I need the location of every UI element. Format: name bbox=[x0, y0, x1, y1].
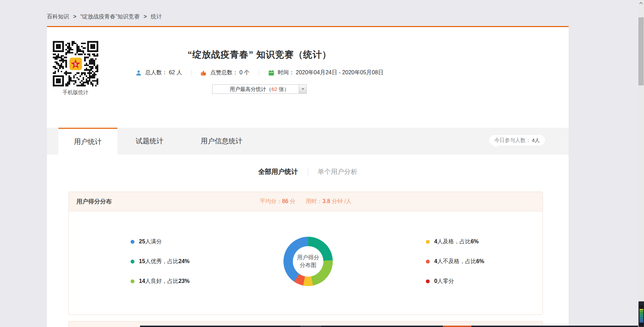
dropdown-arrow-icon[interactable] bbox=[299, 85, 306, 93]
tab-user-stats[interactable]: 用户统计 bbox=[58, 128, 117, 154]
monitor-bar bbox=[639, 323, 643, 324]
scrollbar[interactable] bbox=[638, 0, 644, 327]
metric-time-spent: 用时：3.8 分钟 /人 bbox=[306, 198, 352, 205]
dropdown-text: 用户最高分统计（ bbox=[230, 86, 272, 92]
breadcrumb-item-home[interactable]: 百科知识 bbox=[47, 14, 69, 19]
stat-value: 2020年04月24日 - 2020年05月08日 bbox=[296, 69, 384, 76]
user-icon bbox=[135, 70, 142, 76]
taskbar-strip bbox=[140, 326, 644, 327]
stat-value: 0 个 bbox=[239, 69, 249, 76]
system-monitor-widget bbox=[638, 301, 644, 327]
badge-value: 4人 bbox=[532, 137, 540, 144]
monitor-bar bbox=[639, 318, 643, 319]
page-title: “绽放战疫青春” 知识竞赛（统计） bbox=[99, 49, 420, 61]
breadcrumb: 百科知识 > “绽放战疫青春”知识竞赛 > 统计 bbox=[47, 13, 162, 20]
thumb-up-icon bbox=[200, 70, 207, 76]
tab-user-info-stats[interactable]: 用户信息统计 bbox=[182, 128, 262, 154]
monitor-bar bbox=[639, 325, 643, 326]
chevron-up-icon bbox=[639, 2, 643, 6]
legend-dot-pass bbox=[426, 240, 430, 244]
monitor-bar bbox=[639, 311, 643, 312]
divider bbox=[259, 70, 259, 76]
highest-score-select[interactable]: 用户最高分统计（62 张） bbox=[212, 84, 307, 94]
qr-block: ★ S 手机版统计 bbox=[53, 41, 98, 96]
stat-label: 点赞总数： bbox=[210, 69, 238, 76]
divider bbox=[308, 168, 308, 176]
donut-chart: 用户得分 分布图 bbox=[283, 237, 333, 286]
legend-dot-fail bbox=[426, 260, 430, 263]
monitor-bar bbox=[639, 316, 643, 317]
monitor-bar bbox=[639, 314, 643, 316]
monitor-bar bbox=[639, 321, 643, 322]
monitor-bar bbox=[639, 307, 643, 309]
breadcrumb-item-contest[interactable]: “绽放战疫青春”知识竞赛 bbox=[80, 14, 140, 19]
scrollbar-thumb[interactable] bbox=[638, 17, 644, 85]
badge-label: 今日参与人数： bbox=[494, 137, 531, 144]
legend-dot-zero bbox=[426, 279, 430, 283]
stat-label: 时间： bbox=[278, 69, 295, 76]
stat-likes: 点赞总数： 0 个 bbox=[200, 69, 249, 76]
legend-dot-good bbox=[131, 279, 134, 283]
monitor-bar bbox=[639, 312, 643, 314]
score-distribution-panel: 用户得分分布 平均分：86 分 用时：3.8 分钟 /人 25人满分 15人优秀… bbox=[68, 192, 543, 315]
tab-question-stats[interactable]: 试题统计 bbox=[117, 128, 182, 154]
legend-left: 25人满分 15人优秀，占比24% 14人良好，占比23% bbox=[131, 237, 190, 297]
taskbar-segment bbox=[300, 326, 321, 327]
divider bbox=[191, 70, 191, 76]
metric-average-score: 平均分：86 分 bbox=[260, 198, 295, 205]
stat-time-range: 时间： 2020年04月24日 - 2020年05月08日 bbox=[268, 69, 384, 76]
taskbar-highlight-segment bbox=[443, 326, 471, 327]
panel-header: 用户得分分布 平均分：86 分 用时：3.8 分钟 /人 bbox=[69, 192, 543, 211]
legend-item: 25人满分 bbox=[131, 237, 190, 246]
monitor-bar bbox=[639, 305, 643, 307]
monitor-bar bbox=[639, 309, 643, 310]
legend-dot-full-score bbox=[131, 240, 134, 244]
qr-caption: 手机版统计 bbox=[53, 89, 98, 96]
qr-logo: ★ S bbox=[69, 57, 83, 71]
content-card: ★ S 手机版统计 “绽放战疫青春” 知识竞赛（统计） 总人数： 62 人 点赞… bbox=[47, 27, 569, 327]
today-participants-badge: 今日参与人数： 4人 bbox=[489, 135, 545, 145]
panel-body: 25人满分 15人优秀，占比24% 14人良好，占比23% 用户得分 分布图 bbox=[69, 211, 543, 315]
stat-total-users: 总人数： 62 人 bbox=[135, 69, 182, 76]
calendar-icon bbox=[268, 70, 274, 76]
legend-item: 14人良好，占比23% bbox=[131, 277, 190, 285]
stat-value: 62 人 bbox=[169, 69, 182, 76]
subtab-all-users[interactable]: 全部用户统计 bbox=[258, 167, 298, 176]
panel-title: 用户得分分布 bbox=[76, 198, 112, 206]
legend-right: 4人及格，占比6% 4人不及格，占比6% 0人零分 bbox=[426, 237, 484, 297]
donut-center-label: 用户得分 分布图 bbox=[293, 246, 323, 277]
breadcrumb-separator: > bbox=[73, 14, 76, 19]
summary-stats-row: 总人数： 62 人 点赞总数： 0 个 时间： 2020年04月24日 - 20… bbox=[99, 69, 420, 76]
monitor-bar bbox=[639, 319, 643, 321]
legend-item: 4人及格，占比6% bbox=[426, 237, 484, 246]
panel-metrics: 平均分：86 分 用时：3.8 分钟 /人 bbox=[260, 198, 352, 205]
scrollbar-up-button[interactable] bbox=[638, 0, 644, 6]
dropdown-count: 62 bbox=[272, 86, 278, 92]
subtab-single-user[interactable]: 单个用户分析 bbox=[318, 167, 357, 176]
sub-tab-bar: 全部用户统计 单个用户分析 bbox=[47, 167, 569, 176]
legend-dot-excellent bbox=[131, 260, 134, 263]
breadcrumb-item-current: 统计 bbox=[151, 14, 162, 19]
qr-code-image: ★ S bbox=[53, 41, 98, 86]
legend-item: 4人不及格，占比6% bbox=[426, 257, 484, 266]
stat-label: 总人数： bbox=[145, 69, 167, 76]
legend-item: 0人零分 bbox=[426, 277, 484, 285]
dropdown-text: 张） bbox=[277, 86, 289, 92]
qr-logo-letter: S bbox=[74, 62, 77, 66]
header-center: “绽放战疫青春” 知识竞赛（统计） 总人数： 62 人 点赞总数： 0 个 bbox=[99, 27, 420, 94]
legend-item: 15人优秀，占比24% bbox=[131, 257, 190, 266]
breadcrumb-separator: > bbox=[143, 14, 147, 19]
tab-bar: 用户统计 试题统计 用户信息统计 今日参与人数： 4人 bbox=[47, 128, 569, 154]
